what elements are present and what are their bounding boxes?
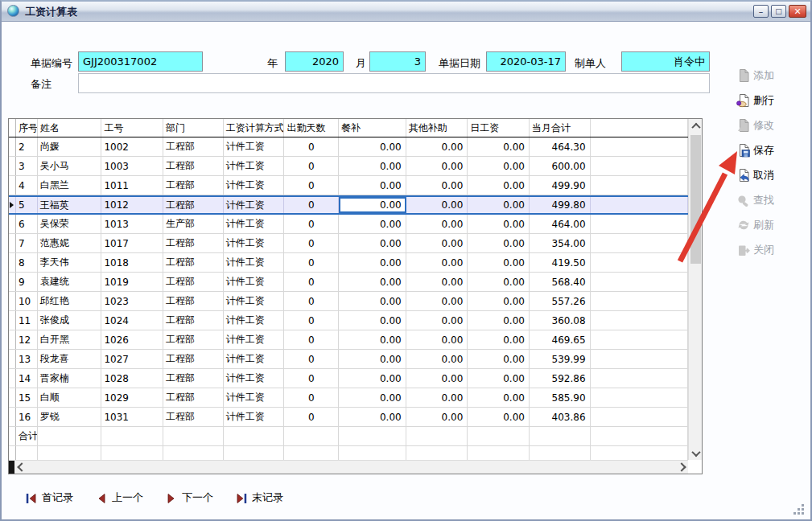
year-field[interactable]: 2020 <box>285 51 344 72</box>
table-cell[interactable]: 0.00 <box>406 157 468 175</box>
remark-field[interactable] <box>78 73 710 93</box>
table-cell[interactable]: 李天伟 <box>38 253 102 272</box>
table-cell[interactable]: 工程部 <box>163 253 224 272</box>
first-record-button[interactable]: 首记录 <box>26 490 73 505</box>
table-cell[interactable]: 1003 <box>101 157 163 175</box>
table-cell[interactable]: 0.00 <box>339 350 406 368</box>
table-cell[interactable]: 557.26 <box>530 292 591 310</box>
table-cell[interactable]: 600.00 <box>530 157 591 175</box>
table-cell[interactable]: 0 <box>284 369 339 388</box>
table-cell[interactable]: 0 <box>284 350 339 368</box>
table-cell[interactable]: 晋家楠 <box>38 369 102 388</box>
table-cell[interactable]: 段龙喜 <box>38 350 102 368</box>
table-cell[interactable]: 0 <box>284 215 339 233</box>
table-cell[interactable]: 469.65 <box>530 330 591 349</box>
table-cell[interactable]: 11 <box>16 311 38 330</box>
titlebar[interactable]: 工资计算表 _ □ ✕ <box>2 2 810 22</box>
table-cell[interactable]: 0.00 <box>406 253 468 272</box>
table-cell[interactable]: 0.00 <box>339 330 406 349</box>
table-cell[interactable]: 计件工资 <box>224 388 285 407</box>
table-cell[interactable]: 464.00 <box>530 215 591 233</box>
table-cell[interactable]: 3 <box>16 157 38 175</box>
column-header[interactable]: 当月合计 <box>530 119 591 137</box>
table-cell[interactable]: 0.00 <box>406 292 468 310</box>
table-cell[interactable]: 0 <box>284 157 339 175</box>
table-cell[interactable]: 0.00 <box>468 273 530 291</box>
table-cell[interactable]: 工程部 <box>163 157 224 175</box>
maximize-button[interactable]: □ <box>771 5 786 18</box>
table-cell[interactable]: 0.00 <box>339 234 406 252</box>
table-cell[interactable]: 计件工资 <box>224 273 285 291</box>
table-cell[interactable]: 592.86 <box>530 369 591 388</box>
table-cell[interactable]: 13 <box>16 350 38 368</box>
table-cell[interactable]: 0 <box>284 176 339 195</box>
column-header[interactable]: 工号 <box>101 119 163 137</box>
table-cell[interactable]: 2 <box>16 137 38 156</box>
table-cell[interactable]: 1027 <box>101 350 163 368</box>
table-cell[interactable]: 1011 <box>101 176 163 195</box>
table-cell[interactable]: 0.00 <box>406 137 468 156</box>
table-cell[interactable]: 计件工资 <box>224 253 285 272</box>
table-row[interactable]: 2尚媛1002工程部计件工资00.000.000.00464.30 <box>9 137 688 157</box>
table-cell[interactable]: 0.00 <box>339 176 406 195</box>
table-cell[interactable]: 403.86 <box>530 408 591 426</box>
table-cell[interactable]: 0.00 <box>339 197 406 213</box>
table-cell[interactable]: 0.00 <box>468 369 530 388</box>
scroll-up-button[interactable] <box>689 119 703 133</box>
table-cell[interactable]: 袁建统 <box>38 273 102 291</box>
table-cell[interactable]: 0.00 <box>406 197 468 213</box>
table-cell[interactable]: 0 <box>284 388 339 407</box>
column-header[interactable]: 序号 <box>16 119 38 137</box>
table-cell[interactable]: 0 <box>284 253 339 272</box>
table-cell[interactable]: 计件工资 <box>224 408 285 426</box>
table-cell[interactable]: 0 <box>284 234 339 252</box>
table-cell[interactable]: 0.00 <box>339 273 406 291</box>
table-cell[interactable]: 计件工资 <box>224 197 285 213</box>
table-cell[interactable]: 0.00 <box>468 330 530 349</box>
table-cell[interactable]: 1023 <box>101 292 163 310</box>
table-cell[interactable]: 0.00 <box>406 408 468 426</box>
minimize-button[interactable]: _ <box>753 5 769 18</box>
table-cell[interactable]: 0.00 <box>406 273 468 291</box>
table-cell[interactable]: 0.00 <box>406 330 468 349</box>
last-record-button[interactable]: 末记录 <box>236 490 283 505</box>
table-cell[interactable]: 0.00 <box>406 176 468 195</box>
table-cell[interactable]: 499.90 <box>530 176 591 195</box>
table-cell[interactable]: 0 <box>284 137 339 156</box>
table-cell[interactable]: 王福英 <box>38 197 102 213</box>
previous-record-button[interactable]: 上一个 <box>96 490 143 505</box>
column-header[interactable]: 姓名 <box>38 119 102 137</box>
table-cell[interactable]: 16 <box>16 408 38 426</box>
table-cell[interactable]: 尚媛 <box>38 137 102 156</box>
table-cell[interactable]: 工程部 <box>163 350 224 368</box>
table-cell[interactable]: 计件工资 <box>224 350 285 368</box>
table-cell[interactable]: 7 <box>16 234 38 252</box>
table-row[interactable]: 3吴小马1003工程部计件工资00.000.000.00600.00 <box>9 157 688 176</box>
table-cell[interactable]: 计件工资 <box>224 137 285 156</box>
table-cell[interactable]: 14 <box>16 369 38 388</box>
table-cell[interactable]: 计件工资 <box>224 330 285 349</box>
table-cell[interactable]: 1012 <box>101 197 163 213</box>
table-cell[interactable]: 工程部 <box>163 292 224 310</box>
table-cell[interactable]: 生产部 <box>163 215 224 233</box>
table-cell[interactable]: 0.00 <box>406 369 468 388</box>
table-cell[interactable]: 0.00 <box>406 311 468 330</box>
column-header[interactable] <box>591 119 688 137</box>
table-cell[interactable]: 工程部 <box>163 311 224 330</box>
column-header[interactable]: 出勤天数 <box>284 119 339 137</box>
table-cell[interactable]: 计件工资 <box>224 234 285 252</box>
table-cell[interactable]: 0.00 <box>339 388 406 407</box>
table-cell[interactable]: 工程部 <box>163 234 224 252</box>
month-field[interactable]: 3 <box>369 51 426 72</box>
table-cell[interactable]: 1018 <box>101 253 163 272</box>
table-cell[interactable]: 0.00 <box>468 157 530 175</box>
table-cell[interactable]: 0.00 <box>339 408 406 426</box>
table-cell[interactable]: 0.00 <box>339 369 406 388</box>
column-header[interactable]: 餐补 <box>339 119 406 137</box>
table-cell[interactable]: 工程部 <box>163 408 224 426</box>
table-cell[interactable]: 白顺 <box>38 388 102 407</box>
doc-date-field[interactable]: 2020-03-17 <box>486 51 566 72</box>
table-cell[interactable]: 0.00 <box>406 388 468 407</box>
table-cell[interactable]: 8 <box>16 253 38 272</box>
table-cell[interactable]: 0.00 <box>468 292 530 310</box>
